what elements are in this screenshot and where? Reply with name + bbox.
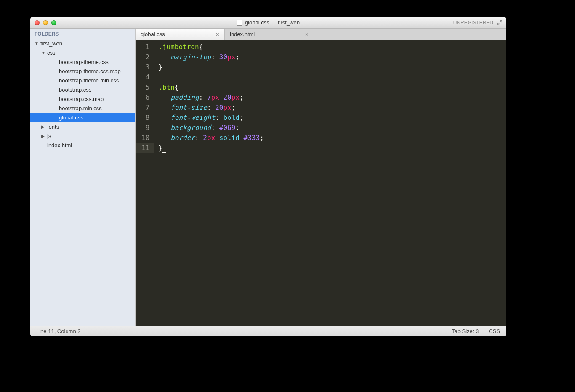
code-line[interactable] bbox=[158, 72, 506, 82]
line-number[interactable]: 9 bbox=[141, 123, 149, 133]
code-token bbox=[158, 134, 170, 142]
tab[interactable]: global.css× bbox=[136, 29, 225, 40]
window-title-text: global.css — first_web bbox=[245, 19, 300, 26]
file-item[interactable]: bootstrap.min.css bbox=[30, 103, 135, 113]
line-number[interactable]: 10 bbox=[141, 133, 149, 143]
close-icon[interactable]: × bbox=[216, 31, 219, 38]
code-token: ; bbox=[235, 124, 240, 132]
tree-item-label: bootstrap-theme.min.css bbox=[59, 77, 119, 84]
code-token: { bbox=[199, 43, 203, 51]
tree-item-label: fonts bbox=[47, 124, 59, 130]
editor-window: global.css — first_web UNREGISTERED FOLD… bbox=[30, 17, 506, 336]
code-token: bold bbox=[223, 114, 240, 122]
code-content[interactable]: .jumbotron{ margin-top: 30px;} .btn{ pad… bbox=[154, 40, 506, 326]
code-token: solid bbox=[219, 134, 240, 142]
tab-label: global.css bbox=[141, 31, 165, 37]
file-item[interactable]: global.css bbox=[30, 113, 135, 122]
zoom-icon[interactable] bbox=[51, 20, 56, 25]
expand-icon[interactable] bbox=[497, 20, 503, 26]
code-token: #069 bbox=[219, 124, 236, 132]
code-line[interactable]: padding: 7px 20px; bbox=[158, 93, 506, 103]
code-token: ; bbox=[260, 134, 264, 142]
file-item[interactable]: bootstrap-theme.css.map bbox=[30, 66, 135, 76]
code-token bbox=[158, 53, 170, 61]
code-token: } bbox=[158, 63, 162, 71]
tree-item-label: js bbox=[47, 133, 51, 139]
code-line[interactable]: } bbox=[158, 143, 506, 153]
code-line[interactable]: border: 2px solid #333; bbox=[158, 133, 506, 143]
folder-item[interactable]: ▶fonts bbox=[30, 122, 135, 131]
code-token bbox=[240, 134, 244, 142]
line-number[interactable]: 8 bbox=[141, 113, 149, 123]
folder-item[interactable]: ▼first_web bbox=[30, 39, 135, 48]
code-editor[interactable]: 1234567891011 .jumbotron{ margin-top: 30… bbox=[136, 40, 506, 326]
code-line[interactable]: margin-top: 30px; bbox=[158, 52, 506, 62]
file-item[interactable]: bootstrap.css.map bbox=[30, 94, 135, 103]
code-token: font-weight bbox=[170, 114, 215, 122]
code-token: } bbox=[158, 144, 162, 152]
sidebar-header: FOLDERS bbox=[30, 29, 135, 39]
code-token: 30 bbox=[219, 53, 227, 61]
code-line[interactable]: font-size: 20px; bbox=[158, 103, 506, 113]
tab[interactable]: index.html× bbox=[225, 29, 314, 40]
code-token: ; bbox=[240, 114, 244, 122]
tab-label: index.html bbox=[230, 31, 255, 37]
code-token: ; bbox=[240, 93, 244, 101]
chevron-right-icon[interactable]: ▶ bbox=[41, 134, 45, 138]
file-item[interactable]: bootstrap.css bbox=[30, 85, 135, 94]
minimize-icon[interactable] bbox=[43, 20, 48, 25]
tree-item-label: bootstrap-theme.css.map bbox=[59, 68, 121, 74]
code-token bbox=[219, 93, 224, 101]
traffic-lights bbox=[35, 20, 56, 25]
file-item[interactable]: bootstrap-theme.min.css bbox=[30, 76, 135, 85]
close-icon[interactable]: × bbox=[305, 31, 309, 38]
code-token: ; bbox=[232, 103, 236, 111]
code-line[interactable]: .btn{ bbox=[158, 82, 506, 93]
code-token: margin-top bbox=[170, 53, 211, 61]
tree-item-label: index.html bbox=[47, 142, 72, 148]
code-token: px bbox=[207, 134, 215, 142]
sidebar[interactable]: FOLDERS ▼first_web▼cssbootstrap-theme.cs… bbox=[30, 29, 136, 326]
line-number[interactable]: 11 bbox=[136, 143, 154, 153]
line-number[interactable]: 3 bbox=[141, 62, 149, 72]
code-token: .jumbotron bbox=[158, 43, 199, 51]
code-token bbox=[158, 114, 170, 122]
file-item[interactable]: index.html bbox=[30, 140, 135, 150]
window-title: global.css — first_web bbox=[30, 19, 506, 26]
code-token: : bbox=[199, 93, 207, 101]
code-token: : bbox=[195, 134, 203, 142]
code-token: 20 bbox=[223, 93, 231, 101]
cursor-position[interactable]: Line 11, Column 2 bbox=[36, 328, 81, 334]
line-number[interactable]: 1 bbox=[141, 42, 149, 52]
code-line[interactable]: background: #069; bbox=[158, 123, 506, 133]
cursor bbox=[162, 152, 166, 153]
code-line[interactable]: } bbox=[158, 62, 506, 72]
line-number[interactable]: 5 bbox=[141, 82, 149, 93]
close-icon[interactable] bbox=[35, 20, 40, 25]
titlebar[interactable]: global.css — first_web UNREGISTERED bbox=[30, 17, 506, 29]
folder-item[interactable]: ▶js bbox=[30, 131, 135, 140]
code-line[interactable]: font-weight: bold; bbox=[158, 113, 506, 123]
chevron-right-icon[interactable]: ▶ bbox=[41, 124, 45, 129]
chevron-down-icon[interactable]: ▼ bbox=[41, 50, 45, 55]
code-line[interactable]: .jumbotron{ bbox=[158, 42, 506, 52]
line-number[interactable]: 4 bbox=[141, 72, 149, 82]
line-number[interactable]: 2 bbox=[141, 52, 149, 62]
folder-item[interactable]: ▼css bbox=[30, 48, 135, 57]
code-token: background bbox=[170, 124, 211, 132]
chevron-down-icon[interactable]: ▼ bbox=[35, 41, 39, 46]
code-token: .btn bbox=[158, 83, 175, 91]
line-gutter: 1234567891011 bbox=[136, 40, 154, 326]
syntax-mode[interactable]: CSS bbox=[489, 328, 500, 334]
code-token: 7 bbox=[207, 93, 211, 101]
unregistered-label: UNREGISTERED bbox=[453, 20, 493, 26]
line-number[interactable]: 6 bbox=[141, 93, 149, 103]
code-token: : bbox=[215, 114, 223, 122]
code-token bbox=[158, 124, 170, 132]
status-bar: Line 11, Column 2 Tab Size: 3 CSS bbox=[30, 326, 506, 336]
file-item[interactable]: bootstrap-theme.css bbox=[30, 57, 135, 66]
code-token: #333 bbox=[244, 134, 260, 142]
code-token bbox=[158, 103, 170, 111]
tab-size[interactable]: Tab Size: 3 bbox=[452, 328, 479, 334]
line-number[interactable]: 7 bbox=[141, 103, 149, 113]
